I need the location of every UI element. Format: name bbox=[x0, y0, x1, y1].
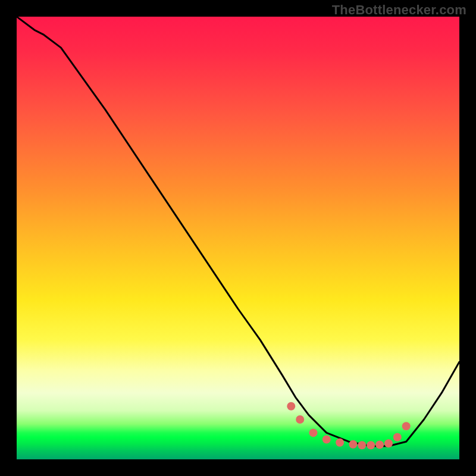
marker-point bbox=[384, 439, 393, 447]
marker-point bbox=[336, 439, 344, 447]
marker-point bbox=[296, 415, 304, 424]
chart-svg bbox=[17, 17, 459, 459]
marker-point bbox=[287, 402, 295, 411]
chart-frame: TheBottleneсker.com bbox=[0, 0, 476, 476]
plot-area bbox=[17, 17, 459, 459]
marker-point bbox=[402, 422, 411, 430]
marker-point bbox=[349, 440, 357, 449]
marker-point bbox=[375, 440, 384, 449]
marker-point bbox=[322, 436, 331, 444]
marker-point bbox=[358, 441, 366, 449]
marker-point bbox=[309, 428, 318, 437]
marker-point bbox=[393, 433, 402, 441]
curve-line bbox=[17, 17, 459, 446]
watermark-text: TheBottleneсker.com bbox=[332, 2, 466, 18]
marker-point bbox=[367, 441, 375, 449]
